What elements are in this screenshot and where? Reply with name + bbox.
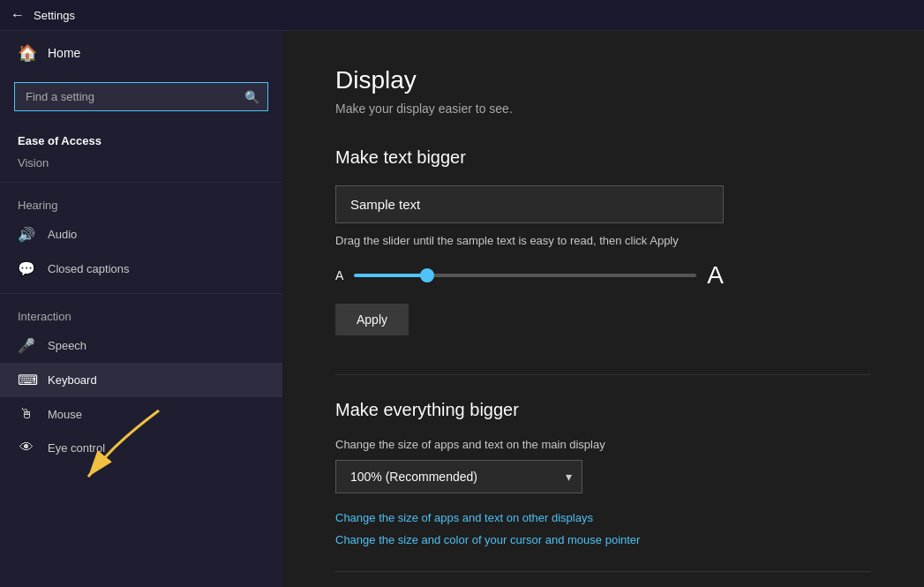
- apply-button[interactable]: Apply: [335, 304, 409, 335]
- divider-1: [0, 182, 282, 183]
- search-input[interactable]: [14, 82, 268, 111]
- audio-icon: 🔊: [18, 226, 35, 243]
- slider-row: A A: [335, 261, 724, 290]
- sidebar-item-home[interactable]: 🏠 Home: [0, 31, 282, 75]
- section-label-vision: Vision: [0, 153, 282, 175]
- make-everything-bigger-section: Make everything bigger Change the size o…: [335, 400, 871, 546]
- slider-small-a: A: [335, 268, 343, 282]
- section-label-ease-of-access: Ease of Access: [0, 125, 282, 153]
- section-label-interaction: Interaction: [0, 301, 282, 328]
- search-icon: 🔍: [244, 90, 259, 104]
- closed-captions-icon: 💬: [18, 260, 35, 277]
- sidebar-item-audio[interactable]: 🔊 Audio: [0, 217, 282, 252]
- page-subtitle: Make your display easier to see.: [335, 102, 871, 116]
- main-content: Display Make your display easier to see.…: [282, 31, 924, 587]
- size-dropdown-wrapper: 100% (Recommended) 125% 150% 175% ▾: [335, 460, 582, 493]
- sidebar-item-label-eye-control: Eye control: [48, 441, 105, 455]
- section-label-hearing: Hearing: [0, 190, 282, 217]
- sidebar-item-label-mouse: Mouse: [48, 408, 82, 421]
- sidebar-home-label: Home: [48, 46, 80, 60]
- link-cursor-color[interactable]: Change the size and color of your cursor…: [335, 533, 871, 546]
- sidebar-item-label-speech: Speech: [48, 339, 86, 352]
- link-other-displays[interactable]: Change the size of apps and text on othe…: [335, 511, 871, 524]
- section-divider-1: [335, 374, 871, 375]
- section-title-text-bigger: Make text bigger: [335, 147, 871, 168]
- mouse-icon: 🖱: [18, 406, 35, 422]
- back-button[interactable]: ←: [11, 7, 25, 23]
- sidebar-item-keyboard[interactable]: ⌨ Keyboard: [0, 363, 282, 397]
- sidebar: 🏠 Home 🔍 Ease of Access Vision Hearing 🔊…: [0, 31, 282, 587]
- text-size-slider[interactable]: [354, 274, 696, 277]
- eye-control-icon: 👁: [18, 440, 35, 455]
- sidebar-item-closed-captions[interactable]: 💬 Closed captions: [0, 252, 282, 286]
- title-bar: ← Settings: [0, 0, 924, 31]
- sample-text-label: Sample text: [350, 197, 420, 212]
- sidebar-item-eye-control[interactable]: 👁 Eye control: [0, 431, 282, 464]
- sidebar-item-label-keyboard: Keyboard: [48, 373, 97, 387]
- slider-big-a: A: [707, 261, 724, 290]
- sidebar-item-mouse[interactable]: 🖱 Mouse: [0, 397, 282, 431]
- dropdown-label: Change the size of apps and text on the …: [335, 438, 871, 451]
- speech-icon: 🎤: [18, 337, 35, 354]
- keyboard-icon: ⌨: [18, 372, 35, 388]
- section-title-everything-bigger: Make everything bigger: [335, 400, 871, 420]
- sidebar-item-label-audio: Audio: [48, 228, 77, 241]
- app-title: Settings: [34, 9, 75, 22]
- home-icon: 🏠: [18, 43, 37, 63]
- divider-2: [0, 293, 282, 294]
- sample-text-box: Sample text: [335, 185, 724, 223]
- search-box: 🔍: [14, 82, 268, 111]
- page-title: Display: [335, 66, 871, 94]
- size-dropdown[interactable]: 100% (Recommended) 125% 150% 175%: [335, 460, 582, 493]
- app-layout: 🏠 Home 🔍 Ease of Access Vision Hearing 🔊…: [0, 31, 924, 587]
- sidebar-item-label-closed-captions: Closed captions: [48, 262, 130, 275]
- sidebar-item-speech[interactable]: 🎤 Speech: [0, 328, 282, 363]
- section-divider-2: [335, 571, 871, 572]
- slider-instruction: Drag the slider until the sample text is…: [335, 234, 871, 247]
